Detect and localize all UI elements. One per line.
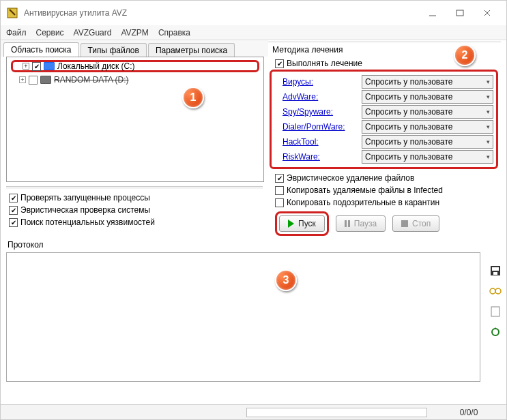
tree-item-disk-d[interactable]: + RANDOM DATA (D:): [7, 74, 263, 86]
svg-point-11: [492, 329, 499, 335]
chevron-down-icon: ▾: [487, 108, 490, 115]
svg-rect-10: [491, 307, 499, 316]
svg-rect-2: [457, 10, 463, 16]
select-riskware[interactable]: Спросить у пользовате▾: [362, 150, 493, 164]
save-icon[interactable]: [489, 264, 502, 278]
annotation-marker-3: 3: [275, 269, 297, 291]
side-toolbar: [489, 264, 502, 339]
link-dialer[interactable]: Dialer/PornWare:: [283, 122, 358, 132]
chevron-down-icon: ▾: [487, 123, 490, 130]
tab-search-params[interactable]: Параметры поиска: [148, 43, 235, 57]
check-copy-infected[interactable]: Копировать удаляемые файлы в Infected: [268, 184, 501, 196]
status-counts: 0/0/0: [431, 408, 506, 417]
annotation-marker-1: 1: [182, 87, 204, 108]
expand-icon[interactable]: +: [23, 63, 29, 70]
svg-rect-6: [492, 267, 499, 271]
protocol-box[interactable]: [6, 252, 480, 382]
link-spyware[interactable]: Spy/Spyware:: [283, 107, 358, 117]
play-icon: [288, 220, 294, 228]
stop-icon: [401, 220, 408, 227]
checkbox-icon[interactable]: [275, 198, 284, 207]
svg-point-9: [495, 288, 501, 294]
link-riskware[interactable]: RiskWare:: [283, 152, 358, 162]
link-viruses[interactable]: Вирусы:: [283, 77, 358, 87]
tree-item-local-disk-c[interactable]: + Локальный диск (C:): [11, 60, 259, 72]
drive-tree[interactable]: + Локальный диск (C:) + RANDOM DATA (D:): [6, 57, 264, 182]
protocol-label: Протокол: [1, 239, 506, 252]
checkbox-icon[interactable]: [275, 174, 284, 183]
checkbox-icon[interactable]: [9, 194, 18, 202]
checkbox-disk-d[interactable]: [29, 76, 38, 85]
row-hacktool: HackTool: Спросить у пользовате▾: [274, 134, 493, 149]
tree-item-label: RANDOM DATA (D:): [54, 75, 129, 85]
svg-point-8: [490, 288, 495, 294]
highlight-start: Пуск: [275, 211, 329, 236]
chevron-down-icon: ▾: [487, 93, 490, 100]
menu-avzguard[interactable]: AVZGuard: [74, 28, 112, 38]
checkbox-icon[interactable]: [9, 206, 18, 215]
app-icon: [6, 7, 18, 19]
chevron-down-icon: ▾: [487, 78, 490, 85]
window-title: Антивирусная утилита AVZ: [24, 8, 419, 18]
document-icon[interactable]: [489, 305, 502, 318]
menu-service[interactable]: Сервис: [36, 28, 64, 38]
titlebar: Антивирусная утилита AVZ: [1, 1, 506, 25]
sync-icon[interactable]: [489, 325, 502, 339]
maximize-button[interactable]: [446, 3, 474, 22]
close-button[interactable]: [474, 3, 501, 22]
statusbar: 0/0/0: [1, 404, 506, 419]
minimize-button[interactable]: [419, 3, 446, 22]
check-running-processes[interactable]: Проверять запущенные процессы: [9, 192, 263, 204]
select-hacktool[interactable]: Спросить у пользовате▾: [362, 135, 493, 149]
tab-search-area[interactable]: Область поиска: [3, 42, 79, 57]
row-advware: AdvWare: Спросить у пользовате▾: [274, 89, 493, 104]
menu-avzpm[interactable]: AVZPM: [121, 28, 148, 38]
link-hacktool[interactable]: HackTool:: [283, 137, 358, 147]
stop-button[interactable]: Стоп: [392, 215, 439, 232]
row-viruses: Вирусы: Спросить у пользовате▾: [274, 74, 493, 89]
progressbar: [246, 408, 427, 417]
menu-file[interactable]: Файл: [6, 28, 27, 38]
select-spyware[interactable]: Спросить у пользовате▾: [362, 105, 493, 119]
glasses-icon[interactable]: [489, 284, 502, 298]
checkbox-icon[interactable]: [9, 218, 18, 227]
check-heuristic-delete[interactable]: Эвристическое удаление файлов: [268, 172, 501, 184]
annotation-marker-2: 2: [454, 44, 476, 66]
tabs-left: Область поиска Типы файлов Параметры пои…: [1, 40, 268, 57]
select-advware[interactable]: Спросить у пользовате▾: [362, 90, 493, 104]
drive-icon: [44, 62, 55, 70]
tab-file-types[interactable]: Типы файлов: [81, 43, 147, 57]
button-row: Пуск Пауза Стоп: [268, 209, 501, 239]
menu-help[interactable]: Справка: [158, 28, 190, 38]
checkbox-icon[interactable]: [275, 186, 284, 195]
row-spyware: Spy/Spyware: Спросить у пользовате▾: [274, 104, 493, 119]
chevron-down-icon: ▾: [487, 138, 490, 145]
row-dialer: Dialer/PornWare: Спросить у пользовате▾: [274, 119, 493, 134]
check-heuristic-system[interactable]: Эвристическая проверка системы: [9, 204, 263, 216]
menubar: Файл Сервис AVZGuard AVZPM Справка: [1, 25, 506, 40]
pause-button[interactable]: Пауза: [336, 215, 386, 232]
expand-icon[interactable]: +: [19, 76, 26, 83]
checkbox-icon[interactable]: [275, 59, 284, 68]
treatment-grid: Вирусы: Спросить у пользовате▾ AdvWare: …: [270, 70, 498, 169]
check-copy-quarantine[interactable]: Копировать подозрительные в карантин: [268, 196, 501, 209]
start-button[interactable]: Пуск: [279, 215, 325, 232]
svg-rect-7: [493, 272, 497, 275]
tree-item-label: Локальный диск (C:): [57, 61, 135, 71]
chevron-down-icon: ▾: [487, 153, 490, 160]
row-riskware: RiskWare: Спросить у пользовате▾: [274, 149, 493, 164]
left-checklist: Проверять запущенные процессы Эвристичес…: [1, 190, 268, 232]
drive-icon: [40, 76, 51, 84]
select-dialer[interactable]: Спросить у пользовате▾: [362, 120, 493, 134]
link-advware[interactable]: AdvWare:: [283, 92, 358, 102]
select-viruses[interactable]: Спросить у пользовате▾: [362, 75, 493, 89]
separator: [6, 186, 263, 189]
checkbox-disk-c[interactable]: [32, 62, 41, 71]
check-vulnerabilities[interactable]: Поиск потенциальных уязвимостей: [9, 216, 263, 228]
pause-icon: [345, 220, 350, 227]
